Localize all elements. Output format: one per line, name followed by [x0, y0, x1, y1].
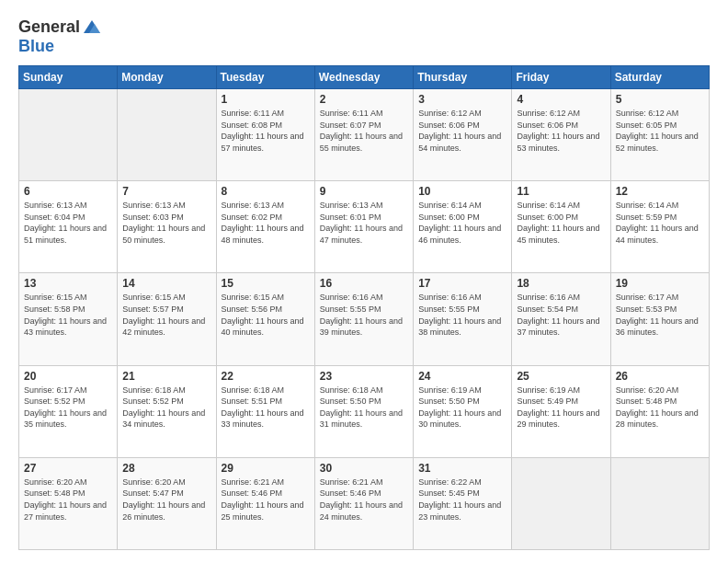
- cell-info: Sunrise: 6:12 AM Sunset: 6:05 PM Dayligh…: [616, 108, 704, 154]
- cell-info: Sunrise: 6:15 AM Sunset: 5:56 PM Dayligh…: [222, 292, 310, 338]
- logo-general-text: General: [18, 17, 80, 37]
- day-number: 19: [616, 277, 704, 290]
- day-number: 1: [222, 93, 310, 106]
- day-number: 20: [24, 370, 112, 383]
- cell-info: Sunrise: 6:21 AM Sunset: 5:46 PM Dayligh…: [320, 477, 408, 523]
- calendar-cell: 13Sunrise: 6:15 AM Sunset: 5:58 PM Dayli…: [19, 273, 118, 365]
- cell-info: Sunrise: 6:12 AM Sunset: 6:06 PM Dayligh…: [418, 108, 506, 154]
- calendar-cell: 12Sunrise: 6:14 AM Sunset: 5:59 PM Dayli…: [610, 181, 709, 273]
- calendar-cell: 26Sunrise: 6:20 AM Sunset: 5:48 PM Dayli…: [610, 365, 709, 457]
- day-number: 22: [222, 370, 310, 383]
- day-number: 2: [320, 93, 408, 106]
- cell-info: Sunrise: 6:14 AM Sunset: 5:59 PM Dayligh…: [616, 200, 704, 246]
- calendar-cell: 23Sunrise: 6:18 AM Sunset: 5:50 PM Dayli…: [314, 365, 413, 457]
- cell-info: Sunrise: 6:17 AM Sunset: 5:53 PM Dayligh…: [616, 292, 704, 338]
- calendar-cell: 19Sunrise: 6:17 AM Sunset: 5:53 PM Dayli…: [610, 273, 709, 365]
- day-number: 24: [418, 370, 506, 383]
- day-number: 15: [222, 277, 310, 290]
- calendar-cell: 3Sunrise: 6:12 AM Sunset: 6:06 PM Daylig…: [414, 89, 512, 181]
- calendar-header-row: SundayMondayTuesdayWednesdayThursdayFrid…: [19, 66, 710, 89]
- cell-info: Sunrise: 6:13 AM Sunset: 6:01 PM Dayligh…: [320, 200, 408, 246]
- cell-info: Sunrise: 6:12 AM Sunset: 6:06 PM Dayligh…: [517, 108, 605, 154]
- day-number: 23: [320, 370, 408, 383]
- calendar-cell: 9Sunrise: 6:13 AM Sunset: 6:01 PM Daylig…: [314, 181, 413, 273]
- calendar-cell: 18Sunrise: 6:16 AM Sunset: 5:54 PM Dayli…: [512, 273, 610, 365]
- cell-info: Sunrise: 6:19 AM Sunset: 5:49 PM Dayligh…: [517, 385, 605, 431]
- calendar-cell: 25Sunrise: 6:19 AM Sunset: 5:49 PM Dayli…: [512, 365, 610, 457]
- calendar-cell: 24Sunrise: 6:19 AM Sunset: 5:50 PM Dayli…: [414, 365, 512, 457]
- cell-info: Sunrise: 6:20 AM Sunset: 5:48 PM Dayligh…: [616, 385, 704, 431]
- calendar-cell: 8Sunrise: 6:13 AM Sunset: 6:02 PM Daylig…: [216, 181, 314, 273]
- day-number: 12: [616, 185, 704, 198]
- cell-info: Sunrise: 6:20 AM Sunset: 5:48 PM Dayligh…: [24, 477, 112, 523]
- day-number: 14: [122, 277, 210, 290]
- day-number: 21: [122, 370, 210, 383]
- cell-info: Sunrise: 6:13 AM Sunset: 6:04 PM Dayligh…: [24, 200, 112, 246]
- day-number: 6: [24, 185, 112, 198]
- header: General Blue: [18, 17, 710, 56]
- day-number: 28: [122, 462, 210, 475]
- calendar-cell: [19, 89, 118, 181]
- cell-info: Sunrise: 6:18 AM Sunset: 5:50 PM Dayligh…: [320, 385, 408, 431]
- day-number: 7: [122, 185, 210, 198]
- day-number: 30: [320, 462, 408, 475]
- calendar-cell: 30Sunrise: 6:21 AM Sunset: 5:46 PM Dayli…: [314, 457, 413, 549]
- day-number: 3: [418, 93, 506, 106]
- cell-info: Sunrise: 6:22 AM Sunset: 5:45 PM Dayligh…: [418, 477, 506, 523]
- cell-info: Sunrise: 6:16 AM Sunset: 5:55 PM Dayligh…: [418, 292, 506, 338]
- cell-info: Sunrise: 6:15 AM Sunset: 5:58 PM Dayligh…: [24, 292, 112, 338]
- cell-info: Sunrise: 6:20 AM Sunset: 5:47 PM Dayligh…: [122, 477, 210, 523]
- calendar-cell: 4Sunrise: 6:12 AM Sunset: 6:06 PM Daylig…: [512, 89, 610, 181]
- calendar-cell: 17Sunrise: 6:16 AM Sunset: 5:55 PM Dayli…: [414, 273, 512, 365]
- day-number: 4: [517, 93, 605, 106]
- logo-blue-text: Blue: [18, 37, 102, 56]
- day-number: 18: [517, 277, 605, 290]
- calendar-cell: 2Sunrise: 6:11 AM Sunset: 6:07 PM Daylig…: [314, 89, 413, 181]
- calendar-cell: 22Sunrise: 6:18 AM Sunset: 5:51 PM Dayli…: [216, 365, 314, 457]
- cell-info: Sunrise: 6:13 AM Sunset: 6:03 PM Dayligh…: [122, 200, 210, 246]
- calendar-week-row: 20Sunrise: 6:17 AM Sunset: 5:52 PM Dayli…: [19, 365, 710, 457]
- page: General Blue SundayMondayTuesdayWednesda…: [0, 0, 728, 563]
- cell-info: Sunrise: 6:18 AM Sunset: 5:51 PM Dayligh…: [222, 385, 310, 431]
- day-number: 27: [24, 462, 112, 475]
- calendar-cell: 6Sunrise: 6:13 AM Sunset: 6:04 PM Daylig…: [19, 181, 118, 273]
- cell-info: Sunrise: 6:16 AM Sunset: 5:55 PM Dayligh…: [320, 292, 408, 338]
- calendar-cell: [610, 457, 709, 549]
- calendar-cell: 5Sunrise: 6:12 AM Sunset: 6:05 PM Daylig…: [610, 89, 709, 181]
- calendar-cell: 20Sunrise: 6:17 AM Sunset: 5:52 PM Dayli…: [19, 365, 118, 457]
- calendar-cell: [512, 457, 610, 549]
- calendar-cell: 27Sunrise: 6:20 AM Sunset: 5:48 PM Dayli…: [19, 457, 118, 549]
- calendar-week-row: 1Sunrise: 6:11 AM Sunset: 6:08 PM Daylig…: [19, 89, 710, 181]
- day-number: 17: [418, 277, 506, 290]
- calendar-cell: 29Sunrise: 6:21 AM Sunset: 5:46 PM Dayli…: [216, 457, 314, 549]
- logo: General Blue: [18, 17, 102, 56]
- weekday-header: Thursday: [414, 66, 512, 89]
- day-number: 9: [320, 185, 408, 198]
- day-number: 5: [616, 93, 704, 106]
- calendar-cell: 21Sunrise: 6:18 AM Sunset: 5:52 PM Dayli…: [118, 365, 216, 457]
- day-number: 26: [616, 370, 704, 383]
- cell-info: Sunrise: 6:14 AM Sunset: 6:00 PM Dayligh…: [517, 200, 605, 246]
- calendar-week-row: 6Sunrise: 6:13 AM Sunset: 6:04 PM Daylig…: [19, 181, 710, 273]
- day-number: 11: [517, 185, 605, 198]
- cell-info: Sunrise: 6:11 AM Sunset: 6:07 PM Dayligh…: [320, 108, 408, 154]
- calendar-cell: 1Sunrise: 6:11 AM Sunset: 6:08 PM Daylig…: [216, 89, 314, 181]
- day-number: 31: [418, 462, 506, 475]
- weekday-header: Friday: [512, 66, 610, 89]
- day-number: 8: [222, 185, 310, 198]
- calendar-cell: 28Sunrise: 6:20 AM Sunset: 5:47 PM Dayli…: [118, 457, 216, 549]
- cell-info: Sunrise: 6:21 AM Sunset: 5:46 PM Dayligh…: [222, 477, 310, 523]
- calendar-week-row: 27Sunrise: 6:20 AM Sunset: 5:48 PM Dayli…: [19, 457, 710, 549]
- weekday-header: Tuesday: [216, 66, 314, 89]
- cell-info: Sunrise: 6:11 AM Sunset: 6:08 PM Dayligh…: [222, 108, 310, 154]
- calendar-cell: 15Sunrise: 6:15 AM Sunset: 5:56 PM Dayli…: [216, 273, 314, 365]
- cell-info: Sunrise: 6:17 AM Sunset: 5:52 PM Dayligh…: [24, 385, 112, 431]
- calendar-week-row: 13Sunrise: 6:15 AM Sunset: 5:58 PM Dayli…: [19, 273, 710, 365]
- cell-info: Sunrise: 6:15 AM Sunset: 5:57 PM Dayligh…: [122, 292, 210, 338]
- cell-info: Sunrise: 6:14 AM Sunset: 6:00 PM Dayligh…: [418, 200, 506, 246]
- calendar-cell: 31Sunrise: 6:22 AM Sunset: 5:45 PM Dayli…: [414, 457, 512, 549]
- calendar-cell: 10Sunrise: 6:14 AM Sunset: 6:00 PM Dayli…: [414, 181, 512, 273]
- cell-info: Sunrise: 6:19 AM Sunset: 5:50 PM Dayligh…: [418, 385, 506, 431]
- cell-info: Sunrise: 6:13 AM Sunset: 6:02 PM Dayligh…: [222, 200, 310, 246]
- calendar-cell: 14Sunrise: 6:15 AM Sunset: 5:57 PM Dayli…: [118, 273, 216, 365]
